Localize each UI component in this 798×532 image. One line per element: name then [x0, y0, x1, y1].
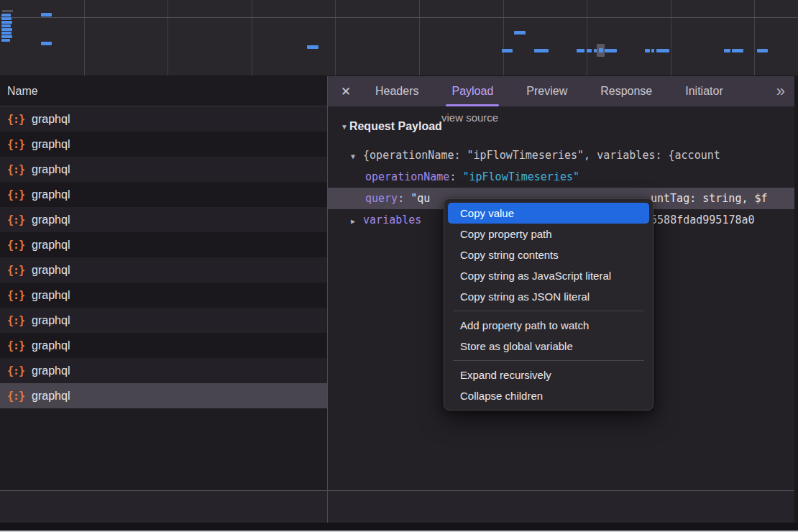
request-row[interactable]: {:}graphql [0, 157, 327, 182]
timeline-gridline [503, 0, 504, 76]
context-menu-item-copy-value[interactable]: Copy value [448, 203, 649, 224]
network-bar[interactable] [587, 49, 592, 52]
root-expanded-triangle-icon[interactable]: ▼ [351, 152, 355, 160]
request-row[interactable]: {:}graphql [0, 308, 327, 333]
request-row[interactable]: {:}graphql [0, 132, 327, 157]
fetch-json-icon: {:} [7, 364, 24, 377]
context-menu-item-copy-property-path[interactable]: Copy property path [448, 224, 649, 244]
request-row[interactable]: {:}graphql [0, 283, 327, 308]
network-bar[interactable] [41, 13, 52, 17]
network-bar[interactable] [1, 28, 12, 31]
request-name: graphql [32, 390, 70, 403]
network-bar[interactable] [1, 32, 12, 35]
request-name: graphql [32, 188, 70, 201]
network-bar[interactable] [605, 49, 617, 52]
tab-response[interactable]: Response [597, 76, 655, 106]
request-name: graphql [32, 289, 70, 302]
network-bar[interactable] [514, 31, 526, 35]
network-bar[interactable] [534, 49, 549, 52]
context-menu-item-add-property-path-to-watch[interactable]: Add property path to watch [448, 315, 649, 336]
fetch-json-icon: {:} [7, 113, 24, 126]
property-value-right-fragment: ee5588fdad995178a0 [638, 209, 755, 231]
timeline-gridline [587, 0, 587, 76]
section-expanded-triangle-icon[interactable]: ▼ [341, 123, 348, 131]
network-bar[interactable] [645, 49, 650, 52]
menu-separator [453, 311, 644, 311]
network-bar[interactable] [1, 21, 12, 24]
request-row[interactable]: {:}graphql [0, 333, 327, 358]
network-bar[interactable] [1, 17, 12, 20]
context-menu-item-expand-recursively[interactable]: Expand recursively [448, 364, 649, 385]
fetch-json-icon: {:} [7, 314, 24, 327]
network-bar[interactable] [656, 49, 669, 52]
network-bar[interactable] [1, 14, 11, 17]
request-name: graphql [32, 113, 70, 126]
fetch-json-icon: {:} [7, 264, 24, 277]
network-bar[interactable] [732, 49, 743, 52]
context-menu: Copy valueCopy property pathCopy string … [444, 198, 653, 411]
tree-root-row[interactable]: ▼ {operationName: "ipFlowTimeseries", va… [328, 145, 798, 166]
tab-preview[interactable]: Preview [523, 76, 570, 106]
menu-separator [453, 360, 644, 361]
network-bar[interactable] [307, 45, 318, 49]
request-row[interactable]: {:}graphql [0, 232, 327, 257]
property-value-string: "ipFlowTimeseries" [462, 170, 579, 183]
request-name: graphql [32, 364, 70, 377]
name-column-header[interactable]: Name [0, 76, 327, 106]
context-menu-item-store-as-global-variable[interactable]: Store as global variable [448, 336, 649, 357]
request-row[interactable]: {:}graphql [0, 358, 327, 383]
fetch-json-icon: {:} [7, 289, 24, 302]
request-row[interactable]: {:}graphql [0, 383, 327, 408]
timeline-gray-dash [2, 10, 13, 12]
network-bar[interactable] [1, 35, 12, 38]
property-value-right-fragment: untTag: string, $f [651, 188, 768, 209]
network-bar[interactable] [41, 42, 52, 45]
context-menu-item-collapse-children[interactable]: Collapse children [448, 385, 649, 406]
tabs-container: HeadersPayloadPreviewResponseInitiator [372, 76, 753, 106]
request-payload-section-header[interactable]: ▼ Request Payload [328, 116, 442, 137]
property-key: operationName [365, 170, 449, 183]
network-bar[interactable] [724, 49, 730, 52]
network-bar[interactable] [599, 48, 603, 52]
close-button[interactable]: ✕ [338, 83, 354, 99]
key-separator: : [398, 192, 411, 205]
section-title: Request Payload [349, 120, 442, 133]
summary-bar [0, 491, 798, 523]
fetch-json-icon: {:} [7, 214, 24, 226]
timeline-gridline [754, 0, 755, 76]
name-column-label: Name [7, 85, 38, 98]
network-bar[interactable] [1, 39, 10, 42]
view-source-link[interactable]: view source [441, 106, 498, 128]
tree-row-operation-name[interactable]: operationName: "ipFlowTimeseries" [328, 166, 798, 188]
detail-tabbar: ✕ HeadersPayloadPreviewResponseInitiator… [328, 76, 798, 106]
timeline-gridline [252, 0, 252, 76]
network-bar[interactable] [502, 49, 513, 52]
network-bar[interactable] [1, 24, 11, 27]
request-row[interactable]: {:}graphql [0, 106, 327, 132]
request-row[interactable]: {:}graphql [0, 207, 327, 232]
request-name: graphql [32, 314, 70, 327]
network-bar[interactable] [651, 49, 654, 52]
network-bar[interactable] [757, 49, 768, 52]
panel-divider[interactable] [327, 76, 328, 523]
timeline-gridline [671, 0, 671, 76]
request-row[interactable]: {:}graphql [0, 182, 327, 207]
fetch-json-icon: {:} [7, 339, 24, 352]
timeline-gridline [84, 0, 85, 76]
request-name: graphql [32, 264, 70, 277]
context-menu-item-copy-string-as-json-literal[interactable]: Copy string as JSON literal [448, 286, 649, 307]
collapsed-triangle-icon[interactable]: ▶ [351, 217, 355, 225]
tab-payload[interactable]: Payload [449, 76, 496, 106]
network-bar[interactable] [577, 49, 584, 52]
tab-initiator[interactable]: Initiator [682, 76, 725, 106]
fetch-json-icon: {:} [7, 163, 24, 176]
key-separator: : [449, 170, 462, 183]
overview-waterfall[interactable] [0, 0, 798, 76]
timeline-gridline [168, 0, 168, 76]
request-row[interactable]: {:}graphql [0, 257, 327, 283]
context-menu-item-copy-string-contents[interactable]: Copy string contents [448, 244, 649, 265]
network-bar[interactable] [594, 49, 597, 52]
tab-headers[interactable]: Headers [372, 76, 421, 106]
timeline-gridline [419, 0, 420, 76]
context-menu-item-copy-string-as-javascript-literal[interactable]: Copy string as JavaScript literal [448, 265, 649, 286]
